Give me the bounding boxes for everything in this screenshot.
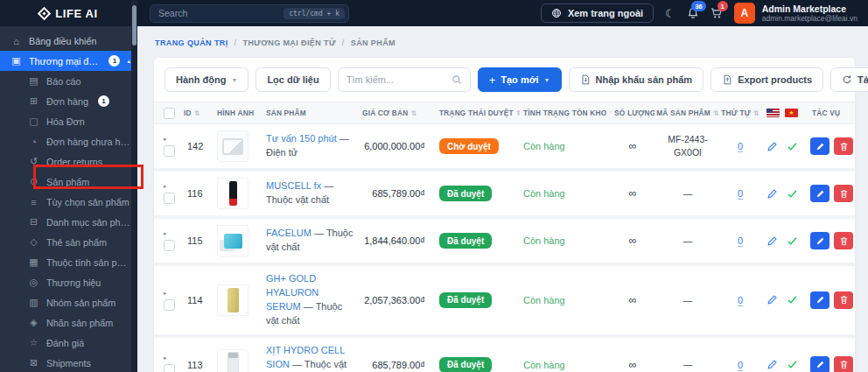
column-header-product[interactable]: SẢN PHẨM: [262, 109, 359, 117]
translated-check-icon[interactable]: [787, 141, 798, 152]
dark-mode-toggle[interactable]: ☾: [665, 7, 676, 20]
product-sku: —: [654, 292, 721, 309]
table-search-input[interactable]: [346, 74, 452, 85]
bulk-actions-button[interactable]: Hành động ▼: [164, 67, 248, 92]
product-price: 6,000,000.00₫: [359, 139, 436, 153]
delete-button[interactable]: [834, 291, 853, 309]
reload-button[interactable]: Tải lại: [830, 67, 868, 92]
product-name-link[interactable]: FACELUM: [266, 228, 312, 238]
row-checkbox[interactable]: [164, 299, 175, 311]
drag-handle-icon[interactable]: ▸: [164, 290, 167, 297]
delete-button[interactable]: [834, 137, 853, 155]
order-value[interactable]: 0: [738, 295, 743, 306]
select-all-checkbox[interactable]: [164, 108, 175, 119]
column-header-price[interactable]: GIÁ CƠ BẢN ⇅: [359, 109, 436, 117]
breadcrumb-item[interactable]: THƯƠNG MẠI ĐIỆN TỬ: [243, 39, 336, 47]
edit-button[interactable]: [810, 137, 830, 155]
sidebar-item-shipments[interactable]: ⊠ Shipments: [0, 353, 137, 372]
sidebar-item-order-returns[interactable]: ↺ Order returns: [0, 151, 137, 172]
translate-edit-icon[interactable]: [766, 359, 778, 370]
user-menu[interactable]: A Admin Marketplace admin.marketplace@li…: [734, 3, 858, 24]
ecommerce-icon: ▣: [10, 55, 22, 67]
order-value[interactable]: 0: [738, 141, 743, 152]
logo[interactable]: LIFE AI: [0, 0, 137, 26]
import-products-button[interactable]: Nhập khẩu sản phẩm: [569, 67, 704, 92]
export-products-button[interactable]: Export products: [710, 67, 823, 92]
edit-button[interactable]: [810, 185, 830, 202]
product-quantity: ∞: [611, 357, 654, 372]
row-checkbox[interactable]: [164, 145, 175, 157]
sidebar-item-product-attributes[interactable]: ▦ Thuộc tính sản phẩm: [0, 252, 137, 272]
column-header-sku[interactable]: MÃ SẢN PHẨM ⇅: [654, 109, 721, 117]
sidebar-item-products[interactable]: ⊙ Sản phẩm: [0, 172, 137, 192]
column-header-quantity[interactable]: SỐ LƯỢNG ⇅: [611, 109, 654, 117]
global-search-input[interactable]: Search ctrl/cmd + k: [150, 4, 349, 23]
breadcrumb-item[interactable]: TRANG QUẢN TRỊ: [155, 39, 228, 47]
product-labels-icon: ◈: [28, 317, 39, 328]
sidebar-item-product-categories[interactable]: ⊟ Danh mục sản phẩm: [0, 212, 137, 232]
order-value[interactable]: 0: [738, 235, 743, 247]
sidebar-item-incomplete-orders[interactable]: ◔ Đơn hàng chưa ho...: [0, 131, 137, 151]
delete-button[interactable]: [834, 185, 853, 202]
order-returns-icon: ↺: [28, 156, 39, 167]
stock-status: Còn hàng: [520, 234, 611, 248]
product-name-link[interactable]: Tư vấn 150 phút: [266, 133, 337, 144]
translate-edit-icon[interactable]: [766, 188, 778, 200]
product-name-link[interactable]: MUSCELL fx: [266, 180, 321, 191]
notifications-button[interactable]: 36: [687, 7, 699, 19]
sidebar-item-report[interactable]: ▤ Báo cáo: [0, 71, 137, 91]
translated-check-icon[interactable]: [787, 188, 798, 200]
column-header-order[interactable]: THỨ TỰ ⇅: [721, 109, 760, 117]
translated-check-icon[interactable]: [787, 359, 798, 370]
cart-button[interactable]: 1: [710, 7, 723, 19]
approval-status-badge: Đã duyệt: [439, 357, 492, 372]
home-icon: ⌂: [10, 36, 22, 46]
edit-button[interactable]: [810, 232, 830, 249]
sidebar-scrollbar-thumb[interactable]: [132, 5, 136, 46]
sidebar-item-reviews[interactable]: ☆ Đánh giá: [0, 333, 137, 353]
delete-button[interactable]: [834, 232, 853, 249]
drag-handle-icon[interactable]: ▸: [164, 230, 167, 237]
row-checkbox[interactable]: [164, 193, 175, 204]
edit-button[interactable]: [810, 356, 830, 372]
product-thumbnail: [217, 349, 248, 372]
sidebar-item-product-tags[interactable]: ◇ Thẻ sản phẩm: [0, 232, 137, 252]
translated-check-icon[interactable]: [787, 294, 798, 305]
sidebar-item-product-labels[interactable]: ◈ Nhãn sản phẩm: [0, 312, 137, 333]
drag-handle-icon[interactable]: ▸: [164, 136, 167, 143]
column-header-approval[interactable]: TRẠNG THÁI DUYỆT ⇅: [436, 109, 520, 117]
products-icon: ⊙: [28, 176, 39, 187]
product-thumbnail: [217, 284, 248, 316]
translate-edit-icon[interactable]: [766, 294, 778, 305]
row-checkbox[interactable]: [164, 364, 175, 372]
product-sku: —: [654, 233, 721, 249]
translated-check-icon[interactable]: [787, 235, 798, 247]
sort-icon: ⇅: [713, 109, 719, 117]
product-id: 142: [180, 139, 214, 153]
approval-status-badge: Đã duyệt: [439, 186, 492, 201]
drag-handle-icon[interactable]: ▸: [164, 183, 167, 190]
sidebar-item-invoice[interactable]: ▢ Hóa Đơn: [0, 111, 137, 131]
view-site-button[interactable]: Xem trang ngoài: [541, 4, 654, 23]
translate-edit-icon[interactable]: [766, 141, 778, 152]
translate-edit-icon[interactable]: [766, 235, 778, 247]
column-header-id[interactable]: ID ⇅: [180, 109, 214, 117]
order-value[interactable]: 0: [738, 188, 743, 200]
sidebar-item-home[interactable]: ⌂ Bảng điều khiển: [0, 31, 137, 51]
sidebar-item-orders[interactable]: ⊞ Đơn hàng 1: [0, 91, 137, 111]
row-checkbox[interactable]: [164, 240, 175, 251]
order-value[interactable]: 0: [738, 360, 743, 371]
delete-button[interactable]: [834, 356, 853, 372]
filter-button[interactable]: Lọc dữ liệu: [256, 67, 330, 92]
sidebar-item-product-collections[interactable]: ▥ Nhóm sản phẩm: [0, 292, 137, 312]
sidebar-item-label: Nhóm sản phẩm: [46, 298, 116, 308]
sidebar-item-product-options[interactable]: ≡ Tùy chọn sản phẩm: [0, 192, 137, 212]
sidebar-item-ecommerce[interactable]: ▣ Thương mại điện tử 1 ▴: [0, 51, 137, 71]
create-new-button[interactable]: + Tạo mới ▼: [478, 67, 562, 92]
drag-handle-icon[interactable]: ▸: [164, 354, 167, 361]
column-header-stock[interactable]: TÌNH TRẠNG TỒN KHO ⇅: [520, 109, 611, 117]
product-id: 114: [180, 293, 214, 307]
sidebar-item-brands[interactable]: ◎ Thương hiệu: [0, 272, 137, 292]
edit-button[interactable]: [810, 291, 830, 309]
sidebar-item-label: Đơn hàng: [46, 96, 88, 107]
